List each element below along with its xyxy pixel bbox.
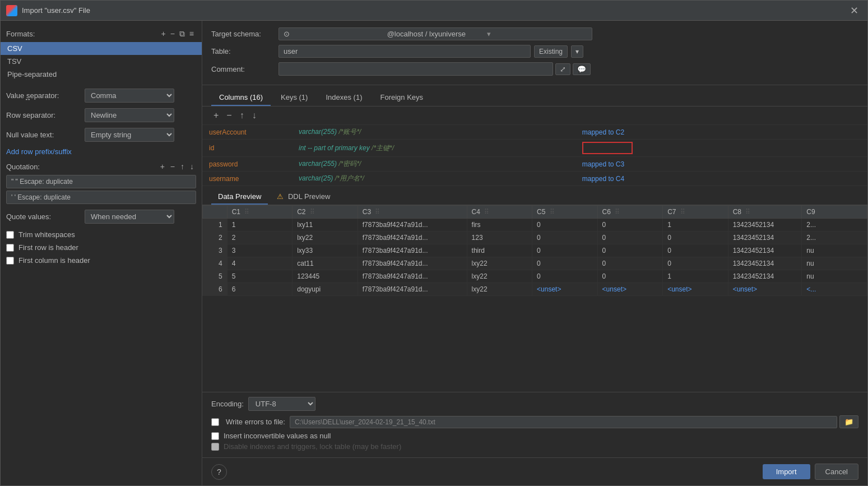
comment-input[interactable] [278, 62, 553, 76]
format-item-pipe[interactable]: Pipe-separated [1, 68, 202, 81]
data-table: C1 ⠿ C2 ⠿ C3 ⠿ C4 ⠿ C5 ⠿ C6 ⠿ C7 ⠿ C8 ⠿ … [202, 205, 867, 296]
data-row-3: 44cat11f7873ba9f4247a91d...lxy2200013423… [203, 257, 867, 270]
col-name-0: userAccount [202, 125, 292, 140]
tab-indexes[interactable]: Indexes (1) [318, 90, 370, 106]
data-cell-4-8: 13423452134 [728, 270, 802, 283]
quotation-item-1[interactable]: ' ' Escape: duplicate [6, 191, 196, 204]
col-header-c2: C2 ⠿ [293, 206, 358, 219]
file-path-input[interactable] [290, 416, 837, 428]
value-separator-label: Value separator: [6, 91, 85, 100]
quote-values-label: Quote values: [6, 212, 85, 221]
data-cell-5-4: lxy22 [467, 283, 532, 296]
quotation-item-0[interactable]: " " Escape: duplicate [6, 175, 196, 188]
preview-tabs: Data Preview ⚠ DDL Preview [202, 186, 867, 205]
col-header-c6: C6 ⠿ [597, 206, 663, 219]
table-form-label: Table: [211, 47, 278, 55]
first-col-header-checkbox[interactable] [6, 257, 14, 265]
browse-button[interactable]: 📁 [839, 415, 858, 428]
row-separator-select[interactable]: Newline CR+LF [85, 108, 174, 122]
data-cell-1-1: 2 [227, 232, 293, 244]
null-value-select[interactable]: Empty string NULL \N [85, 128, 174, 142]
data-cell-2-9: nu [802, 244, 867, 257]
remove-quotation-button[interactable]: − [168, 161, 177, 172]
add-format-button[interactable]: + [159, 29, 168, 39]
format-item-csv[interactable]: CSV [1, 42, 202, 55]
import-button[interactable]: Import [763, 464, 810, 479]
encoding-select[interactable]: UTF-8 UTF-16 ISO-8859-1 [248, 397, 315, 411]
row-separator-row: Row separator: Newline CR+LF [6, 108, 196, 122]
quote-values-row: Quote values: When needed Always Never [6, 210, 196, 224]
disable-indexes-row: Disable indexes and triggers, lock table… [211, 442, 858, 451]
col-type-3: varchar(25) /*用户名*/ [292, 172, 575, 186]
data-row-0: 11lxy11f7873ba9f4247a91d...firs001134234… [203, 219, 867, 232]
data-row-1: 22lxy22f7873ba9f4247a91d...1230001342345… [203, 232, 867, 244]
data-cell-2-4: third [467, 244, 532, 257]
close-button[interactable]: ✕ [847, 4, 862, 17]
col-mapped-0: mapped to C2 [575, 125, 867, 140]
col-name-2: password [202, 157, 292, 172]
cancel-button[interactable]: Cancel [815, 464, 858, 480]
col-header-c9: C9 [802, 206, 867, 219]
table-input[interactable] [278, 45, 531, 58]
trim-whitespaces-label: Trim whitespaces [18, 230, 75, 239]
add-row-prefix-link[interactable]: Add row prefix/suffix [6, 147, 196, 156]
down-quotation-button[interactable]: ↓ [188, 161, 196, 172]
first-row-header-checkbox[interactable] [6, 244, 14, 252]
remove-column-btn[interactable]: − [224, 110, 234, 121]
data-cell-1-9: 2... [802, 232, 867, 244]
trim-whitespaces-checkbox[interactable] [6, 231, 14, 239]
first-row-header-row: First row is header [6, 243, 196, 252]
schema-tabs-row: Columns (16) Keys (1) Indexes (1) Foreig… [202, 85, 867, 107]
title-bar: Import "user.csv" File ✕ [1, 1, 867, 21]
data-cell-0-3: f7873ba9f4247a91d... [358, 219, 467, 232]
data-cell-0-0: 1 [203, 219, 228, 232]
settings-format-button[interactable]: ≡ [187, 29, 196, 39]
comment-expand-btn[interactable]: ⤢ [555, 63, 570, 75]
format-item-tsv[interactable]: TSV [1, 55, 202, 68]
preview-tab-data[interactable]: Data Preview [211, 189, 268, 205]
target-schema-select[interactable]: ⊙ @localhost / lxyuniverse ▾ [278, 27, 592, 40]
write-errors-checkbox[interactable] [211, 418, 219, 426]
data-cell-3-9: nu [802, 257, 867, 270]
formats-label: Formats: [6, 30, 159, 38]
col-header-c1: C1 ⠿ [227, 206, 293, 219]
comment-extra-btn[interactable]: 💬 [573, 63, 591, 75]
data-cell-0-7: 1 [663, 219, 728, 232]
data-cell-5-6: <unset> [597, 283, 663, 296]
app-icon [6, 5, 17, 16]
copy-format-button[interactable]: ⧉ [177, 29, 187, 39]
data-cell-2-3: f7873ba9f4247a91d... [358, 244, 467, 257]
data-cell-1-2: lxy22 [293, 232, 358, 244]
help-button[interactable]: ? [211, 464, 227, 480]
tab-keys[interactable]: Keys (1) [273, 90, 315, 106]
right-panel: Target schema: ⊙ @localhost / lxyunivers… [202, 21, 867, 485]
col-type-2: varchar(255) /*密码*/ [292, 157, 575, 172]
col-header-c4: C4 ⠿ [467, 206, 532, 219]
down-column-btn[interactable]: ↓ [250, 110, 259, 121]
table-row-wrapper: Existing ▾ [278, 45, 592, 58]
disable-indexes-checkbox[interactable] [211, 443, 219, 451]
remove-format-button[interactable]: − [168, 29, 177, 39]
table-dropdown-btn[interactable]: ▾ [571, 45, 583, 58]
formats-header: Formats: + − ⧉ ≡ [1, 26, 202, 42]
id-mapped-input[interactable] [582, 142, 633, 154]
preview-tab-ddl[interactable]: ⚠ DDL Preview [270, 189, 337, 205]
data-cell-3-5: 0 [532, 257, 598, 270]
value-separator-select[interactable]: Comma Tab Semicolon [85, 89, 174, 103]
add-quotation-button[interactable]: + [158, 161, 167, 172]
add-column-btn[interactable]: + [211, 110, 221, 121]
data-cell-1-4: 123 [467, 232, 532, 244]
col-mapped-1[interactable] [575, 140, 867, 157]
tab-foreign-keys[interactable]: Foreign Keys [372, 90, 431, 106]
up-quotation-button[interactable]: ↑ [178, 161, 187, 172]
data-cell-5-8: <unset> [728, 283, 802, 296]
insert-inconvertible-checkbox[interactable] [211, 432, 219, 440]
col-name-3: username [202, 172, 292, 186]
data-cell-5-9: <... [802, 283, 867, 296]
quote-values-select[interactable]: When needed Always Never [85, 210, 174, 224]
data-cell-0-6: 0 [597, 219, 663, 232]
up-column-btn[interactable]: ↑ [238, 110, 247, 121]
columns-table: userAccount varchar(255) /*账号*/ mapped t… [202, 125, 867, 186]
quotation-label: Quotation: [6, 163, 158, 171]
tab-columns[interactable]: Columns (16) [211, 90, 271, 106]
